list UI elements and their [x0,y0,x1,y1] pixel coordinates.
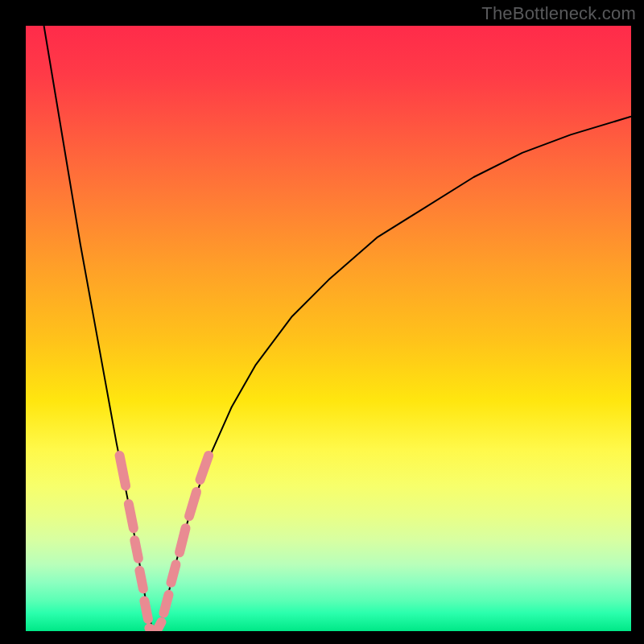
data-marker [200,456,209,480]
data-marker [144,601,148,619]
data-marker [139,571,143,589]
marker-layer [26,26,631,631]
data-marker [171,564,175,583]
data-marker [120,456,126,486]
data-marker [180,528,186,552]
data-marker [134,540,138,559]
chart-frame: TheBottleneck.com [0,0,644,644]
watermark-text: TheBottleneck.com [481,3,636,24]
data-marker [189,492,196,516]
data-marker [163,595,168,613]
data-marker [129,504,134,528]
data-marker [156,622,161,631]
